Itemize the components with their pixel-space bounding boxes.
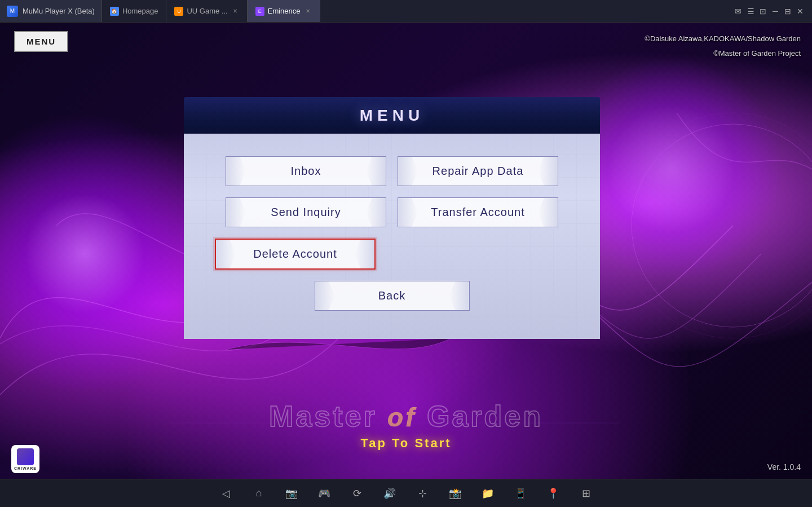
taskbar-top: M MuMu Player X (Beta) 🏠 Homepage U UU G… (0, 0, 812, 23)
dialog-header: MENU (184, 97, 600, 134)
criware-icon (17, 448, 34, 465)
tabs-bar: 🏠 Homepage U UU Game ... ✕ E Eminence ✕ (102, 0, 726, 22)
delete-row: Delete Account (215, 239, 569, 270)
arrows-icon[interactable]: ⊹ (414, 486, 430, 501)
uu-tab-close[interactable]: ✕ (231, 7, 239, 15)
app-icon: M (7, 6, 18, 17)
volume-icon[interactable]: 🔊 (382, 486, 398, 501)
minimize-icon[interactable]: ─ (770, 6, 780, 16)
app-icon-area: M MuMu Player X (Beta) (0, 0, 102, 22)
fullscreen-icon[interactable]: ⊡ (758, 6, 768, 16)
menu-lines-icon[interactable]: ☰ (745, 6, 756, 16)
rotate-icon[interactable]: ⟳ (349, 486, 365, 501)
menu-dialog: MENU Inbox Repair App Data Send Inquiry … (184, 97, 600, 383)
master-title: Master of Garden (269, 399, 543, 433)
gamepad-icon[interactable]: 🎮 (316, 486, 332, 501)
repair-app-data-button[interactable]: Repair App Data (398, 156, 558, 186)
folder-icon[interactable]: 📁 (480, 486, 496, 501)
taskbar-bottom: ◁ ⌂ 📷 🎮 ⟳ 🔊 ⊹ 📸 📁 📱 📍 ⊞ (0, 479, 812, 507)
mail-icon[interactable]: ✉ (733, 6, 743, 16)
button-row-2: Send Inquiry Transfer Account (215, 197, 569, 227)
version-label: Ver. 1.0.4 (767, 462, 801, 471)
back-button[interactable]: Back (315, 281, 470, 311)
close-icon[interactable]: ✕ (795, 6, 805, 16)
master-title-area: Master of Garden Tap To Start (269, 399, 543, 451)
delete-account-button[interactable]: Delete Account (215, 239, 376, 270)
dialog-body: Inbox Repair App Data Send Inquiry Trans… (184, 134, 600, 339)
send-inquiry-button[interactable]: Send Inquiry (226, 197, 386, 227)
tap-to-start[interactable]: Tap To Start (269, 436, 543, 451)
uu-tab-icon: U (174, 7, 183, 16)
dialog-title: MENU (360, 107, 424, 125)
home-icon[interactable]: ⌂ (251, 486, 267, 501)
tab-homepage[interactable]: 🏠 Homepage (102, 0, 167, 22)
eminence-tab-icon: E (255, 7, 264, 16)
criware-badge: CRIWARE (11, 445, 39, 473)
copyright: ©Daisuke Aizawa,KADOKAWA/Shadow Garden ©… (645, 31, 801, 60)
phone-icon[interactable]: 📱 (513, 486, 528, 501)
screenshot-icon[interactable]: 📸 (447, 486, 463, 501)
transfer-account-button[interactable]: Transfer Account (398, 197, 558, 227)
tab-eminence[interactable]: E Eminence ✕ (248, 0, 320, 22)
grid-icon[interactable]: ⊞ (578, 486, 594, 501)
location-icon[interactable]: 📍 (545, 486, 561, 501)
game-menu-button[interactable]: MENU (14, 31, 68, 52)
camera-icon[interactable]: 📷 (284, 486, 299, 501)
app-title: MuMu Player X (Beta) (23, 7, 95, 15)
eminence-tab-close[interactable]: ✕ (304, 7, 312, 15)
home-tab-icon: 🏠 (110, 7, 119, 16)
restore-icon[interactable]: ⊟ (783, 6, 793, 16)
back-arrow-icon[interactable]: ◁ (218, 486, 234, 501)
button-row-1: Inbox Repair App Data (215, 156, 569, 186)
inbox-button[interactable]: Inbox (226, 156, 386, 186)
criware-label: CRIWARE (14, 466, 37, 470)
window-controls: ✉ ☰ ⊡ ─ ⊟ ✕ (726, 6, 812, 16)
tab-uu-game[interactable]: U UU Game ... ✕ (166, 0, 247, 22)
back-row: Back (215, 281, 569, 311)
